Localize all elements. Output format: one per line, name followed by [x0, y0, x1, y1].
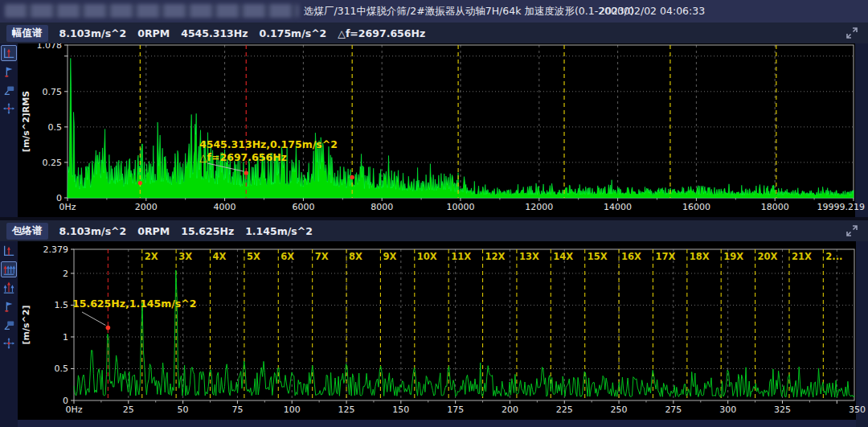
harmonic-label: 9X — [383, 251, 396, 262]
label-tag-icon[interactable] — [1, 317, 17, 333]
cursor-annotation-line1: 15.625Hz,1.145m/s^2 — [72, 298, 196, 310]
harmonic-label: 7X — [315, 251, 329, 262]
spectrum-line — [74, 270, 854, 397]
x-tick-label: 225 — [556, 404, 573, 415]
harmonic-label: 3X — [178, 251, 192, 262]
redacted-text-region — [5, 4, 299, 18]
y-tick-label: 2 — [63, 269, 68, 279]
sideband-cursor-icon[interactable] — [1, 280, 17, 296]
overall-value: 8.103m/s^2 — [59, 27, 127, 39]
x-tick-label: 19999.219 — [817, 202, 866, 212]
harmonic-label: 14X — [553, 251, 573, 262]
chart-right-margin — [855, 43, 868, 217]
y-tick-label: 0.75 — [43, 87, 63, 97]
x-tick-label: 18000 — [761, 202, 789, 212]
harmonic-label: 6X — [280, 251, 294, 262]
amplitude-tool-column — [0, 43, 18, 217]
x-tick-label: 50 — [178, 404, 189, 415]
single-cursor-icon[interactable] — [1, 243, 17, 259]
label-tag-icon[interactable] — [1, 82, 17, 98]
cursor-dot — [244, 171, 248, 175]
measurement-timestamp: 2023/02/02 04:06:33 — [599, 5, 705, 17]
expand-icon[interactable] — [845, 27, 860, 41]
cursor-dot — [106, 326, 111, 331]
y-tick-label: 2.379 — [43, 244, 69, 255]
flag-marker-icon[interactable] — [1, 298, 17, 314]
y-tick-label: 0.25 — [43, 158, 63, 168]
y-tick-label: 0 — [63, 396, 68, 406]
harmonic-label: 16X — [621, 251, 641, 262]
y-tick-label: 1.5 — [55, 300, 69, 310]
harmonic-label: 20X — [758, 251, 778, 262]
overall-value: 8.103m/s^2 — [59, 225, 127, 237]
envelope-panel-body: 0Hz2550751001251501752002252502753003253… — [0, 241, 868, 427]
x-tick-label: 125 — [338, 404, 355, 415]
x-tick-label: 12000 — [525, 202, 553, 212]
envelope-tool-column — [0, 241, 18, 427]
y-axis-label: [m/s^2]RMS — [21, 91, 31, 152]
y-tick-label: 0 — [56, 193, 62, 203]
harmonic-label: 13X — [519, 251, 539, 262]
x-tick-label: 75 — [231, 404, 243, 415]
x-tick-label: 14000 — [604, 202, 632, 212]
cursor-dot — [350, 175, 354, 179]
rpm-value: 0RPM — [137, 27, 170, 39]
y-tick-label: 1 — [63, 332, 68, 343]
harmonic-label: 4X — [213, 251, 227, 262]
x-tick-label: 300 — [719, 404, 736, 415]
cursor-amplitude: 1.145m/s^2 — [245, 225, 313, 237]
plot-border — [74, 249, 854, 400]
harmonic-label: 18X — [690, 251, 710, 262]
x-tick-label: 250 — [611, 404, 628, 415]
harmonic-label: 8X — [349, 251, 362, 262]
expand-icon[interactable] — [845, 224, 860, 239]
amplitude-spectrum-panel: 幅值谱 8.103m/s^2 0RPM 4545.313Hz 0.175m/s^… — [0, 23, 868, 217]
window-titlebar: 选煤厂/311中煤脱介筛/2#激振器从动轴7H/64k 加速度波形(0.1-20… — [0, 0, 868, 23]
harmonic-label: 17X — [655, 251, 675, 262]
harmonic-label: 5X — [247, 251, 260, 262]
rpm-value: 0RPM — [137, 225, 170, 237]
cursor-dot — [138, 181, 142, 185]
y-tick-label: 1.078 — [37, 43, 63, 51]
cursor-amplitude: 0.175m/s^2 — [260, 27, 327, 39]
harmonic-label: 10X — [417, 251, 437, 262]
x-tick-label: 150 — [392, 404, 409, 415]
harmonic-label: 2... — [825, 251, 842, 262]
x-tick-label: 275 — [665, 404, 682, 415]
bottom-chrome-strip — [18, 420, 868, 427]
pan-move-icon[interactable] — [1, 335, 17, 351]
envelope-spectrum-chart[interactable]: 0Hz2550751001251501752002252502753003253… — [18, 241, 868, 427]
measurement-point-title: 选煤厂/311中煤脱介筛/2#激振器从动轴7H/64k 加速度波形(0.1-20… — [304, 5, 634, 18]
envelope-panel-header: 包络谱 8.103m/s^2 0RPM 15.625Hz 1.145m/s^2 — [0, 220, 868, 241]
harmonic-label: 15X — [588, 251, 608, 262]
harmonic-label: 2X — [145, 251, 158, 262]
flag-marker-icon[interactable] — [1, 64, 17, 80]
harmonic-cursor-icon[interactable] — [1, 261, 17, 277]
panel-title-envelope: 包络谱 — [6, 223, 48, 240]
x-tick-label: 4000 — [214, 202, 236, 212]
amplitude-panel-body: 0Hz2000400060008000100001200014000160001… — [0, 43, 868, 217]
panel-title-amplitude: 幅值谱 — [6, 25, 48, 42]
x-tick-label: 25 — [123, 404, 134, 415]
cursor-frequency: 15.625Hz — [181, 225, 234, 237]
x-tick-label: 350 — [849, 404, 866, 415]
harmonic-label: 21X — [792, 251, 812, 262]
pan-move-icon[interactable] — [1, 101, 17, 117]
harmonic-label: 11X — [451, 251, 471, 262]
x-tick-label: 200 — [502, 404, 518, 415]
harmonic-label: 12X — [485, 251, 506, 262]
y-tick-label: 0.5 — [55, 363, 69, 374]
single-cursor-icon[interactable] — [1, 45, 17, 61]
delta-frequency: △f=2697.656Hz — [338, 27, 425, 39]
chart-right-margin — [856, 241, 868, 427]
y-axis-label: [m/s^2] — [21, 306, 31, 345]
amplitude-panel-header: 幅值谱 8.103m/s^2 0RPM 4545.313Hz 0.175m/s^… — [0, 23, 868, 43]
x-tick-label: 16000 — [682, 202, 710, 212]
x-tick-label: 325 — [774, 404, 791, 415]
amplitude-spectrum-chart[interactable]: 0Hz2000400060008000100001200014000160001… — [18, 43, 868, 217]
x-tick-label: 6000 — [292, 202, 314, 212]
cursor-annotation-line1: 4545.313Hz,0.175m/s^2 — [199, 138, 338, 150]
x-tick-label: 175 — [447, 404, 464, 415]
x-tick-label: 2000 — [135, 202, 158, 212]
x-tick-label: 8000 — [371, 202, 393, 212]
